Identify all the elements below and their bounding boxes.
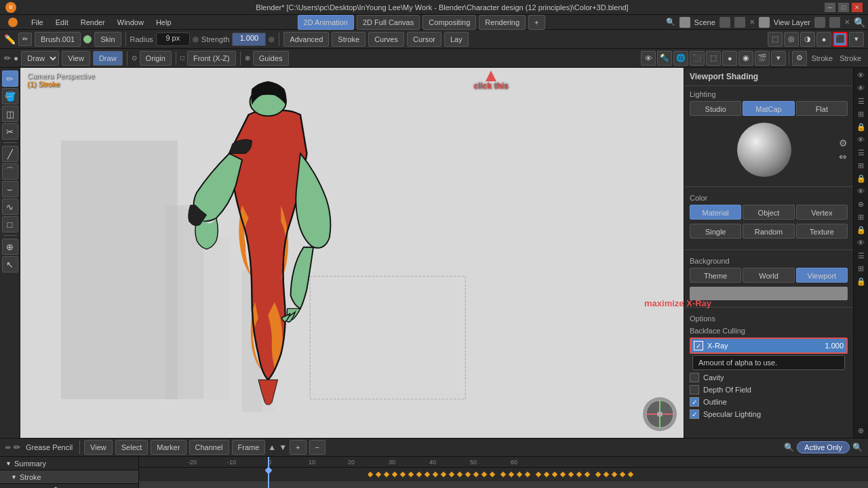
vp-mode-solid[interactable]: ● bbox=[722, 51, 737, 66]
tl-add-btn[interactable]: + bbox=[290, 440, 306, 455]
xray-checkbox[interactable]: ✓ bbox=[694, 341, 703, 350]
vpr-icon-11[interactable]: ⊞ bbox=[855, 211, 867, 223]
cavity-checkbox[interactable] bbox=[690, 373, 699, 382]
lighting-flat[interactable]: Flat bbox=[796, 101, 848, 116]
background-color-picker[interactable] bbox=[690, 287, 848, 300]
matcap-sphere[interactable] bbox=[737, 123, 791, 177]
strength-value[interactable]: 1.000 bbox=[232, 33, 266, 46]
color-texture[interactable]: Texture bbox=[796, 224, 848, 239]
vpr-icon-8[interactable]: 🔒 bbox=[855, 172, 867, 184]
color-vertex[interactable]: Vertex bbox=[796, 205, 848, 220]
tool-line[interactable]: ╱ bbox=[2, 146, 18, 162]
color-single[interactable]: Single bbox=[690, 224, 741, 239]
vpr-icon-9[interactable]: 👁 bbox=[855, 185, 867, 197]
tl-remove-btn[interactable]: − bbox=[309, 440, 326, 455]
menu-edit[interactable]: Edit bbox=[50, 17, 74, 28]
shading-dropdown[interactable]: ▾ bbox=[849, 32, 864, 47]
vis-icon-1[interactable]: 🔦 bbox=[657, 51, 672, 66]
viewport[interactable]: Camera Perspective (1) Stroke bbox=[20, 68, 684, 438]
guides-btn[interactable]: Guides bbox=[253, 51, 289, 66]
brush-selector[interactable]: Brush.001 bbox=[35, 32, 81, 47]
color-random[interactable]: Random bbox=[743, 224, 794, 239]
viewport-menu[interactable]: ⚙ bbox=[792, 51, 807, 66]
advanced-button[interactable]: Advanced bbox=[283, 32, 329, 47]
vpr-icon-14[interactable]: ☰ bbox=[855, 249, 867, 262]
menu-help[interactable]: Help bbox=[151, 17, 177, 28]
maximize-button[interactable]: □ bbox=[838, 3, 849, 12]
orbit-gizmo[interactable] bbox=[643, 397, 677, 431]
tool-move[interactable]: ⊕ bbox=[2, 239, 18, 255]
menu-window[interactable]: Window bbox=[112, 17, 149, 28]
vp-mode-material[interactable]: ◉ bbox=[738, 51, 753, 66]
active-only-toggle[interactable]: Active Only bbox=[797, 441, 850, 453]
minimize-button[interactable]: ─ bbox=[825, 3, 835, 12]
color-material[interactable]: Material bbox=[690, 205, 741, 220]
vp-mode-render[interactable]: 🎬 bbox=[755, 51, 770, 66]
tool-cutter[interactable]: ✂ bbox=[2, 123, 18, 140]
tool-select[interactable]: ↖ bbox=[2, 256, 18, 272]
gp-select-btn[interactable]: Select bbox=[115, 440, 149, 455]
gp-marker-btn[interactable]: Marker bbox=[151, 440, 186, 455]
vpr-icon-12[interactable]: 🔒 bbox=[855, 224, 867, 236]
tool-erase[interactable]: ◫ bbox=[2, 106, 18, 122]
cursor-button[interactable]: Cursor bbox=[407, 32, 441, 47]
tool-arc[interactable]: ⌣ bbox=[2, 181, 18, 197]
tl-up-icon[interactable]: ▲ bbox=[268, 443, 276, 452]
lighting-matcap[interactable]: MatCap bbox=[743, 101, 794, 116]
gp-view-btn[interactable]: View bbox=[84, 440, 113, 455]
vpr-icon-7[interactable]: ⊞ bbox=[855, 159, 867, 171]
draw-header-btn[interactable]: Draw bbox=[93, 51, 123, 66]
tool-box[interactable]: □ bbox=[2, 216, 18, 232]
gp-frame-btn[interactable]: Frame bbox=[232, 440, 266, 455]
vpr-icon-15[interactable]: ⊞ bbox=[855, 262, 867, 274]
shading-icon-1[interactable]: ◎ bbox=[784, 32, 799, 47]
close-button[interactable]: ✕ bbox=[852, 3, 863, 12]
summary-collapse[interactable]: ▼ bbox=[5, 460, 12, 467]
stroke-button[interactable]: Stroke bbox=[332, 32, 366, 47]
vpr-icon-4[interactable]: 🔒 bbox=[855, 121, 867, 133]
tab-rendering[interactable]: Rendering bbox=[479, 15, 526, 30]
stroke-collapse[interactable]: ▼ bbox=[11, 474, 17, 481]
origin-btn[interactable]: Origin bbox=[140, 51, 172, 66]
vis-icon-0[interactable]: 👁 bbox=[641, 51, 656, 66]
shading-icon-3[interactable]: ● bbox=[816, 32, 831, 47]
shading-icon-4[interactable]: ⬛ bbox=[833, 32, 848, 47]
radius-value[interactable]: 9 px bbox=[156, 33, 190, 46]
vpr-icon-10[interactable]: ⊕ bbox=[855, 198, 867, 210]
menu-render[interactable]: Render bbox=[75, 17, 111, 28]
menu-blender[interactable] bbox=[3, 16, 24, 28]
shading-icon-2[interactable]: ◑ bbox=[800, 32, 815, 47]
curves-button[interactable]: Curves bbox=[368, 32, 404, 47]
search-icon[interactable]: 🔍 bbox=[784, 443, 794, 452]
front-view-btn[interactable]: Front (X-Z) bbox=[187, 51, 236, 66]
vpr-icon-3[interactable]: ⊞ bbox=[855, 108, 867, 120]
bg-world[interactable]: World bbox=[743, 268, 794, 283]
vpr-icon-0[interactable]: 👁 bbox=[855, 69, 867, 81]
vpr-bottom-icon[interactable]: ⊕ bbox=[855, 424, 867, 436]
bg-theme[interactable]: Theme bbox=[690, 268, 741, 283]
add-tab-button[interactable]: + bbox=[528, 15, 545, 30]
tab-2d-full-canvas[interactable]: 2D Full Canvas bbox=[357, 15, 420, 30]
filter-icon[interactable]: 🔍 bbox=[852, 443, 863, 452]
bg-viewport[interactable]: Viewport bbox=[796, 268, 848, 283]
tab-compositing[interactable]: Compositing bbox=[422, 15, 476, 30]
view-header-btn[interactable]: View bbox=[62, 51, 90, 66]
matcap-settings-icon[interactable]: ⚙ bbox=[839, 138, 848, 148]
lay-button[interactable]: Lay bbox=[444, 32, 469, 47]
color-object[interactable]: Object bbox=[743, 205, 794, 220]
vp-mode-wire[interactable]: ⬚ bbox=[706, 51, 721, 66]
timeline-content[interactable]: -20 -10 0 10 20 30 40 50 60 bbox=[139, 457, 868, 488]
vpr-icon-16[interactable]: 🔒 bbox=[855, 275, 867, 287]
lighting-studio[interactable]: Studio bbox=[690, 101, 741, 116]
tool-curve[interactable]: ∿ bbox=[2, 199, 18, 215]
vpr-icon-1[interactable]: 👁 bbox=[855, 82, 867, 94]
skin-selector[interactable]: Skin bbox=[94, 32, 121, 47]
outline-checkbox[interactable]: ✓ bbox=[690, 397, 699, 407]
overlay-options[interactable]: ⬛ bbox=[690, 51, 705, 66]
menu-file[interactable]: File bbox=[26, 17, 49, 28]
shading-icon-0[interactable]: ⬚ bbox=[768, 32, 783, 47]
shading-toggle[interactable]: ▾ bbox=[771, 51, 786, 66]
draw-mode-select[interactable]: Draw bbox=[21, 51, 59, 66]
matcap-flip-icon[interactable]: ⇔ bbox=[839, 151, 848, 162]
vpr-icon-6[interactable]: ☰ bbox=[855, 146, 867, 159]
